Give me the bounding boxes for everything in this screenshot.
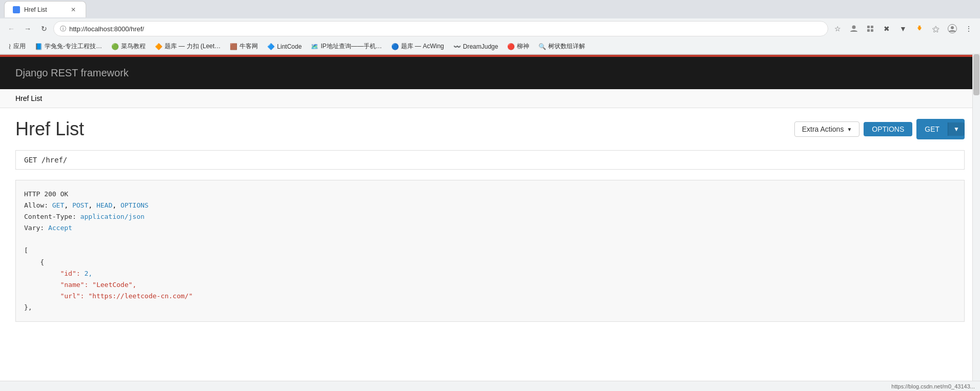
tab-close-button[interactable]: ✕ [69,6,77,14]
json-name-key: "name": [60,281,88,289]
allow-options-link[interactable]: OPTIONS [121,201,149,209]
url-text: http://localhost:8000/href/ [69,25,822,33]
main-content: Django REST framework Href List Href Lis… [0,55,980,332]
response-vary-line: Vary: Accept [24,222,956,234]
response-box: HTTP 200 OK Allow: GET, POST, HEAD, OPTI… [15,180,965,322]
options-button[interactable]: OPTIONS [864,122,912,136]
active-tab[interactable]: Href List ✕ [4,1,86,17]
down-arrow-btn[interactable]: ▼ [896,22,910,36]
action-buttons: Extra Actions ▼ OPTIONS GET ▼ [794,119,965,139]
allow-get-link[interactable]: GET [52,201,64,209]
bookmark-liu-label: 柳神 [517,42,529,51]
json-obj-close: }, [24,303,32,311]
back-button[interactable]: ← [4,22,18,36]
svg-point-0 [14,7,19,12]
bookmark-acwing[interactable]: 🔵 题库 — AcWing [387,41,448,52]
scrollbar-thumb[interactable] [973,54,979,95]
allow-label: Allow: [24,201,48,209]
bookmark-nowcoder[interactable]: 🟫 牛客网 [226,41,262,52]
bookmark-dreamjudge-icon: 〰️ [453,43,461,50]
response-body-open: [ [24,245,956,256]
bookmark-acwing-icon: 🔵 [391,43,399,50]
allow-post-link[interactable]: POST [72,201,88,209]
bookmark-xuetu-label: 学兔兔-专注工程技… [45,42,102,51]
breadcrumb-bar: Href List [0,89,980,108]
json-id-val: 2, [84,270,92,277]
http-status: HTTP 200 OK [24,190,68,198]
bookmark-tree-label: 树状数组详解 [548,42,585,51]
svg-rect-2 [867,26,870,28]
json-name-indent [24,281,56,289]
response-url-line: "url": "https://leetcode-cn.com/" [24,291,956,302]
svg-rect-5 [871,29,873,32]
get-dropdown-button[interactable]: ▼ [948,122,965,136]
bookmark-acwing-label: 题库 — AcWing [401,42,444,51]
content-type-label: Content-Type: [24,213,76,220]
bookmark-ip[interactable]: 🗺️ IP地址查询——手机… [307,41,386,52]
json-name-val: "LeetCode", [92,281,136,289]
tab-title: Href List [24,6,47,13]
request-line: GET /href/ [15,150,965,170]
bookmark-tree[interactable]: 🔍 树状数组详解 [534,41,589,52]
vary-label: Vary: [24,224,44,232]
json-array-open: [ [24,246,28,254]
account-btn[interactable] [945,22,959,36]
bookmark-nowcoder-icon: 🟫 [230,43,237,50]
bookmark-dreamjudge-label: DreamJudge [463,43,498,50]
request-line-text: GET /href/ [24,156,67,164]
response-body-obj-open: { [24,257,956,268]
json-id-indent [24,270,56,277]
json-url-indent [24,292,56,300]
nav-right-icons: ☆ ✖ ▼ ⚝ ⋮ [830,22,976,36]
vary-value: Accept [48,224,72,232]
bookmark-dreamjudge[interactable]: 〰️ DreamJudge [449,42,503,51]
bookmark-star-button[interactable]: ☆ [830,22,845,36]
x-icon-btn[interactable]: ✖ [879,22,894,36]
browser-chrome: Href List ✕ ← → ↻ ⓘ http://localhost:800… [0,0,980,55]
response-allow-line: Allow: GET, POST, HEAD, OPTIONS [24,200,956,211]
django-header: Django REST framework [0,57,980,89]
bookmark-xuetu[interactable]: 📘 学兔兔-专注工程技… [31,41,106,52]
extra-actions-button[interactable]: Extra Actions ▼ [794,121,860,137]
bookmark-leetcode-label: 题库 — 力扣 (Leet… [165,42,221,51]
json-url-val: "https://leetcode-cn.com/" [88,292,193,300]
svg-point-7 [951,26,954,29]
extension-icon-btn[interactable] [863,22,877,36]
profile-icon-btn[interactable] [847,22,861,36]
forward-button[interactable]: → [21,22,35,36]
bookmark-rookie[interactable]: 🟢 菜鸟教程 [107,41,150,52]
bookmark-rookie-icon: 🟢 [111,43,119,50]
puzzle-btn[interactable]: ⚝ [929,22,943,36]
json-url-key: "url": [60,292,84,300]
nav-bar: ← → ↻ ⓘ http://localhost:8000/href/ ☆ ✖ … [0,18,980,39]
refresh-button[interactable]: ↻ [37,22,51,36]
svg-rect-3 [871,26,873,28]
get-dropdown-chevron-icon: ▼ [953,126,959,133]
content-type-value: application/json [81,213,145,220]
allow-head-link[interactable]: HEAD [96,201,112,209]
json-obj-open: { [24,258,44,266]
bookmark-xuetu-icon: 📘 [35,43,43,50]
menu-btn[interactable]: ⋮ [962,22,976,36]
tab-favicon [13,6,20,13]
bookmark-lintcode-label: LintCode [277,43,302,50]
address-bar[interactable]: ⓘ http://localhost:8000/href/ [53,21,828,36]
bookmark-leetcode-icon: 🔶 [155,43,163,50]
bookmark-lintcode-icon: 🔷 [267,43,275,50]
bookmark-ip-label: IP地址查询——手机… [321,42,382,51]
bookmark-lintcode[interactable]: 🔷 LintCode [263,42,306,51]
tab-bar: Href List ✕ [0,0,980,18]
bookmark-nowcoder-label: 牛客网 [239,42,258,51]
response-obj-close: }, [24,302,956,313]
bookmark-liu[interactable]: 🔴 柳神 [503,41,533,52]
response-id-line: "id": 2, [24,268,956,279]
page-title: Href List [15,118,84,140]
scrollbar-track[interactable] [972,54,980,332]
bookmark-apps[interactable]: ≀ 应用 [4,40,30,52]
get-main-button[interactable]: GET [916,122,948,136]
response-content-type-line: Content-Type: application/json [24,211,956,222]
bookmark-leetcode[interactable]: 🔶 题库 — 力扣 (Leet… [151,41,225,52]
bookmark-liu-icon: 🔴 [507,43,515,50]
title-row: Href List Extra Actions ▼ OPTIONS GET ▼ [15,118,965,140]
extension2-btn[interactable] [912,22,927,36]
